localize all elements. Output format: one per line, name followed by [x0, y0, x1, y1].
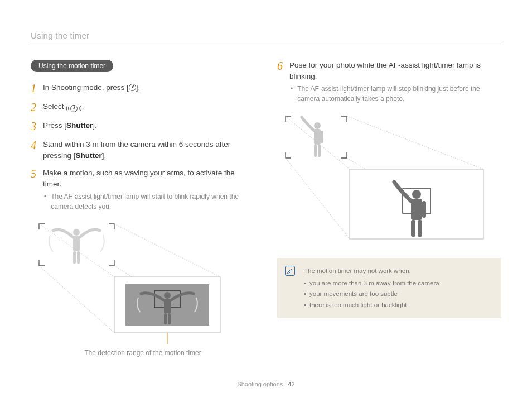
motion-timer-icon: (())	[66, 105, 81, 112]
timer-icon	[129, 84, 136, 91]
sub-text: The AF-assist light/timer lamp will stop…	[297, 84, 501, 104]
page-number: 42	[288, 381, 294, 387]
step-6: 6 Pose for your photo while the AF-assis…	[277, 60, 501, 104]
svg-rect-31	[422, 201, 426, 218]
step-text: In Shooting mode, press [].	[43, 82, 255, 93]
svg-point-27	[412, 190, 421, 199]
svg-rect-14	[168, 313, 171, 324]
text: In Shooting mode, press [	[43, 83, 129, 92]
step-number: 6	[277, 60, 289, 72]
sub-text: The AF-assist light/timer lamp will star…	[51, 192, 255, 212]
step-number: 1	[31, 82, 43, 94]
step5-diagram: The detection range of the motion timer	[31, 218, 255, 357]
svg-line-23	[286, 158, 350, 239]
text: ].	[102, 151, 107, 160]
note-lead: The motion timer may not work when:	[304, 266, 491, 277]
text: ].	[93, 121, 97, 130]
step-5: 5 Make a motion, such as waving your arm…	[31, 168, 255, 212]
footer-section: Shooting options	[237, 381, 283, 387]
svg-rect-20	[321, 131, 323, 143]
svg-line-6	[39, 266, 114, 333]
text: Pose for your photo while the AF-assist …	[289, 61, 481, 80]
step-number: 5	[31, 168, 43, 180]
sub-bullet: The AF-assist light/timer lamp will star…	[43, 192, 255, 212]
note-item: your movements are too subtle	[304, 289, 491, 300]
text: Stand within 3 m from the camera within …	[43, 140, 230, 160]
svg-line-5	[114, 224, 220, 277]
step-text: Press [Shutter].	[43, 120, 255, 131]
section-pill: Using the motion timer	[31, 60, 113, 72]
step-number: 3	[31, 120, 43, 132]
text: ].	[136, 83, 141, 92]
step-text: Pose for your photo while the AF-assist …	[289, 60, 501, 104]
step-2: 2 Select (()).	[31, 101, 255, 113]
note-box: The motion timer may not work when: you …	[277, 258, 501, 318]
step-3: 3 Press [Shutter].	[31, 120, 255, 132]
content-columns: Using the motion timer 1 In Shooting mod…	[31, 60, 501, 361]
page-header: Using the timer	[31, 31, 501, 44]
step-number: 4	[31, 139, 43, 151]
step6-diagram	[277, 111, 501, 245]
text: .	[82, 102, 84, 111]
svg-line-22	[347, 116, 483, 169]
svg-point-11	[164, 292, 171, 299]
note-icon	[285, 266, 295, 276]
text: Press [	[43, 121, 66, 130]
svg-rect-2	[73, 251, 76, 264]
page-footer: Shooting options 42	[0, 381, 532, 387]
diagram-caption: The detection range of the motion timer	[31, 349, 255, 357]
svg-rect-3	[77, 251, 80, 264]
text: Make a motion, such as waving your arms,…	[43, 169, 235, 188]
step-text: Select (()).	[43, 101, 255, 112]
bold-text: Shutter	[66, 121, 93, 130]
svg-point-16	[314, 122, 321, 129]
text: Select	[43, 102, 66, 111]
left-column: Using the motion timer 1 In Shooting mod…	[31, 60, 255, 361]
sub-bullet: The AF-assist light/timer lamp will stop…	[289, 84, 501, 104]
step-4: 4 Stand within 3 m from the camera withi…	[31, 139, 255, 161]
step-text: Make a motion, such as waving your arms,…	[43, 168, 255, 212]
note-item: you are more than 3 m away from the came…	[304, 278, 491, 289]
svg-rect-13	[164, 313, 167, 324]
svg-point-0	[73, 229, 80, 236]
bold-text: Shutter	[76, 151, 102, 160]
svg-rect-30	[418, 220, 422, 237]
step-number: 2	[31, 101, 43, 113]
step-text: Stand within 3 m from the camera within …	[43, 139, 255, 161]
svg-rect-19	[318, 145, 321, 157]
svg-rect-29	[411, 220, 415, 237]
note-list: you are more than 3 m away from the came…	[304, 278, 491, 311]
svg-rect-18	[314, 145, 317, 157]
note-item: there is too much light or backlight	[304, 300, 491, 311]
right-column: 6 Pose for your photo while the AF-assis…	[277, 60, 501, 361]
step-1: 1 In Shooting mode, press [].	[31, 82, 255, 94]
